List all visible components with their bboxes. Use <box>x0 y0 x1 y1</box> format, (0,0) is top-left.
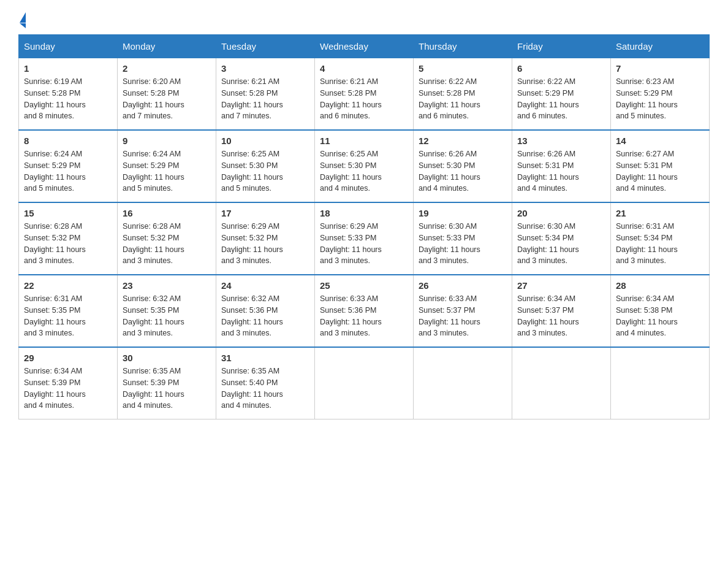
day-number: 5 <box>419 63 507 74</box>
day-number: 14 <box>616 136 704 146</box>
day-info: Sunrise: 6:33 AMSunset: 5:37 PMDaylight:… <box>419 293 507 339</box>
day-info: Sunrise: 6:26 AMSunset: 5:30 PMDaylight:… <box>419 148 507 194</box>
day-number: 11 <box>320 136 408 146</box>
calendar-cell: 14Sunrise: 6:27 AMSunset: 5:31 PMDayligh… <box>611 130 710 202</box>
calendar-cell: 2Sunrise: 6:20 AMSunset: 5:28 PMDaylight… <box>118 58 216 131</box>
day-number: 31 <box>221 353 309 363</box>
day-info: Sunrise: 6:35 AMSunset: 5:39 PMDaylight:… <box>123 366 211 412</box>
calendar-cell: 23Sunrise: 6:32 AMSunset: 5:35 PMDayligh… <box>118 275 216 347</box>
day-info: Sunrise: 6:31 AMSunset: 5:34 PMDaylight:… <box>616 221 704 267</box>
day-info: Sunrise: 6:32 AMSunset: 5:36 PMDaylight:… <box>221 293 309 339</box>
day-info: Sunrise: 6:30 AMSunset: 5:33 PMDaylight:… <box>419 221 507 267</box>
calendar-week-row: 1Sunrise: 6:19 AMSunset: 5:28 PMDaylight… <box>19 58 710 131</box>
day-number: 26 <box>419 280 507 291</box>
header-saturday: Saturday <box>611 35 710 58</box>
day-info: Sunrise: 6:34 AMSunset: 5:38 PMDaylight:… <box>616 293 704 339</box>
day-number: 2 <box>123 63 211 74</box>
calendar-cell: 16Sunrise: 6:28 AMSunset: 5:32 PMDayligh… <box>118 202 216 275</box>
calendar-cell: 22Sunrise: 6:31 AMSunset: 5:35 PMDayligh… <box>19 275 118 347</box>
calendar-cell: 24Sunrise: 6:32 AMSunset: 5:36 PMDayligh… <box>216 275 315 347</box>
day-info: Sunrise: 6:25 AMSunset: 5:30 PMDaylight:… <box>320 148 408 194</box>
day-number: 6 <box>517 63 605 74</box>
day-info: Sunrise: 6:33 AMSunset: 5:36 PMDaylight:… <box>320 293 408 339</box>
header-sunday: Sunday <box>19 35 118 58</box>
calendar-week-row: 22Sunrise: 6:31 AMSunset: 5:35 PMDayligh… <box>19 275 710 347</box>
day-info: Sunrise: 6:22 AMSunset: 5:29 PMDaylight:… <box>517 76 605 122</box>
day-number: 9 <box>123 136 211 146</box>
day-info: Sunrise: 6:21 AMSunset: 5:28 PMDaylight:… <box>320 76 408 122</box>
calendar-cell <box>512 347 611 419</box>
day-number: 7 <box>616 63 704 74</box>
calendar-cell <box>611 347 710 419</box>
day-info: Sunrise: 6:34 AMSunset: 5:37 PMDaylight:… <box>517 293 605 339</box>
day-number: 23 <box>123 280 211 291</box>
day-number: 24 <box>221 280 309 291</box>
calendar-cell: 28Sunrise: 6:34 AMSunset: 5:38 PMDayligh… <box>611 275 710 347</box>
calendar-cell: 13Sunrise: 6:26 AMSunset: 5:31 PMDayligh… <box>512 130 611 202</box>
day-number: 3 <box>221 63 309 74</box>
day-info: Sunrise: 6:27 AMSunset: 5:31 PMDaylight:… <box>616 148 704 194</box>
calendar-week-row: 29Sunrise: 6:34 AMSunset: 5:39 PMDayligh… <box>19 347 710 419</box>
day-info: Sunrise: 6:29 AMSunset: 5:33 PMDaylight:… <box>320 221 408 267</box>
day-info: Sunrise: 6:22 AMSunset: 5:28 PMDaylight:… <box>419 76 507 122</box>
day-info: Sunrise: 6:21 AMSunset: 5:28 PMDaylight:… <box>221 76 309 122</box>
page-header <box>18 12 710 28</box>
header-thursday: Thursday <box>414 35 512 58</box>
calendar-cell: 31Sunrise: 6:35 AMSunset: 5:40 PMDayligh… <box>216 347 315 419</box>
day-info: Sunrise: 6:26 AMSunset: 5:31 PMDaylight:… <box>517 148 605 194</box>
calendar-cell: 12Sunrise: 6:26 AMSunset: 5:30 PMDayligh… <box>414 130 512 202</box>
calendar-cell: 20Sunrise: 6:30 AMSunset: 5:34 PMDayligh… <box>512 202 611 275</box>
calendar-cell: 25Sunrise: 6:33 AMSunset: 5:36 PMDayligh… <box>315 275 414 347</box>
calendar-week-row: 8Sunrise: 6:24 AMSunset: 5:29 PMDaylight… <box>19 130 710 202</box>
day-info: Sunrise: 6:24 AMSunset: 5:29 PMDaylight:… <box>24 148 112 194</box>
calendar-table: SundayMondayTuesdayWednesdayThursdayFrid… <box>18 34 710 419</box>
header-tuesday: Tuesday <box>216 35 315 58</box>
day-number: 8 <box>24 136 112 146</box>
calendar-cell: 9Sunrise: 6:24 AMSunset: 5:29 PMDaylight… <box>118 130 216 202</box>
day-number: 17 <box>221 208 309 218</box>
day-number: 15 <box>24 208 112 218</box>
day-info: Sunrise: 6:24 AMSunset: 5:29 PMDaylight:… <box>123 148 211 194</box>
day-info: Sunrise: 6:28 AMSunset: 5:32 PMDaylight:… <box>24 221 112 267</box>
calendar-cell: 3Sunrise: 6:21 AMSunset: 5:28 PMDaylight… <box>216 58 315 131</box>
calendar-header-row: SundayMondayTuesdayWednesdayThursdayFrid… <box>19 35 710 58</box>
calendar-cell: 8Sunrise: 6:24 AMSunset: 5:29 PMDaylight… <box>19 130 118 202</box>
header-wednesday: Wednesday <box>315 35 414 58</box>
calendar-cell <box>414 347 512 419</box>
day-number: 22 <box>24 280 112 291</box>
calendar-cell: 29Sunrise: 6:34 AMSunset: 5:39 PMDayligh… <box>19 347 118 419</box>
day-info: Sunrise: 6:35 AMSunset: 5:40 PMDaylight:… <box>221 366 309 412</box>
day-number: 18 <box>320 208 408 218</box>
day-info: Sunrise: 6:23 AMSunset: 5:29 PMDaylight:… <box>616 76 704 122</box>
header-friday: Friday <box>512 35 611 58</box>
day-info: Sunrise: 6:32 AMSunset: 5:35 PMDaylight:… <box>123 293 211 339</box>
day-info: Sunrise: 6:25 AMSunset: 5:30 PMDaylight:… <box>221 148 309 194</box>
day-number: 27 <box>517 280 605 291</box>
logo <box>18 12 26 28</box>
day-number: 29 <box>24 353 112 363</box>
header-monday: Monday <box>118 35 216 58</box>
calendar-cell: 18Sunrise: 6:29 AMSunset: 5:33 PMDayligh… <box>315 202 414 275</box>
day-number: 30 <box>123 353 211 363</box>
calendar-cell: 6Sunrise: 6:22 AMSunset: 5:29 PMDaylight… <box>512 58 611 131</box>
calendar-cell: 19Sunrise: 6:30 AMSunset: 5:33 PMDayligh… <box>414 202 512 275</box>
calendar-cell: 27Sunrise: 6:34 AMSunset: 5:37 PMDayligh… <box>512 275 611 347</box>
day-info: Sunrise: 6:28 AMSunset: 5:32 PMDaylight:… <box>123 221 211 267</box>
day-number: 4 <box>320 63 408 74</box>
day-number: 13 <box>517 136 605 146</box>
calendar-week-row: 15Sunrise: 6:28 AMSunset: 5:32 PMDayligh… <box>19 202 710 275</box>
calendar-cell: 4Sunrise: 6:21 AMSunset: 5:28 PMDaylight… <box>315 58 414 131</box>
day-number: 19 <box>419 208 507 218</box>
calendar-cell: 21Sunrise: 6:31 AMSunset: 5:34 PMDayligh… <box>611 202 710 275</box>
calendar-cell: 15Sunrise: 6:28 AMSunset: 5:32 PMDayligh… <box>19 202 118 275</box>
day-number: 10 <box>221 136 309 146</box>
calendar-cell: 7Sunrise: 6:23 AMSunset: 5:29 PMDaylight… <box>611 58 710 131</box>
day-number: 21 <box>616 208 704 218</box>
day-info: Sunrise: 6:30 AMSunset: 5:34 PMDaylight:… <box>517 221 605 267</box>
day-info: Sunrise: 6:34 AMSunset: 5:39 PMDaylight:… <box>24 366 112 412</box>
day-number: 12 <box>419 136 507 146</box>
calendar-cell: 17Sunrise: 6:29 AMSunset: 5:32 PMDayligh… <box>216 202 315 275</box>
calendar-cell: 30Sunrise: 6:35 AMSunset: 5:39 PMDayligh… <box>118 347 216 419</box>
day-info: Sunrise: 6:31 AMSunset: 5:35 PMDaylight:… <box>24 293 112 339</box>
day-info: Sunrise: 6:20 AMSunset: 5:28 PMDaylight:… <box>123 76 211 122</box>
